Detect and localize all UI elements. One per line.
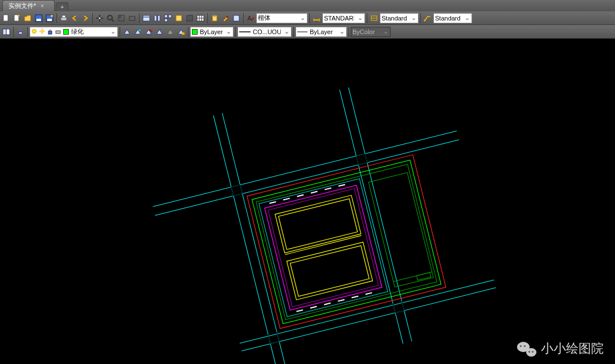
- separator: [367, 13, 367, 23]
- save-button[interactable]: [34, 13, 44, 23]
- svg-point-40: [424, 19, 426, 21]
- redo-button[interactable]: [80, 13, 91, 23]
- tool-palette-button[interactable]: [152, 13, 162, 23]
- text-style-combo[interactable]: STANDARI ⌄: [322, 13, 365, 23]
- svg-line-96: [296, 310, 303, 312]
- svg-rect-33: [233, 15, 239, 21]
- separator: [243, 13, 244, 23]
- hatch-button[interactable]: [184, 13, 195, 23]
- tool-3-button[interactable]: [163, 13, 173, 23]
- svg-line-99: [338, 300, 345, 301]
- svg-rect-32: [227, 16, 228, 18]
- dim-style-combo[interactable]: Standard ⌄: [380, 13, 419, 23]
- svg-point-45: [32, 29, 36, 33]
- undo-button[interactable]: [69, 13, 80, 23]
- layer-freeze-button[interactable]: *: [154, 27, 165, 37]
- pan-button[interactable]: [95, 13, 105, 23]
- svg-line-101: [366, 293, 372, 295]
- chevron-down-icon: ⌄: [299, 14, 306, 23]
- separator: [13, 27, 14, 37]
- layer-properties-button[interactable]: [1, 27, 11, 37]
- layer-bulb-icon: [31, 28, 37, 35]
- layer-sun-icon: [39, 28, 45, 35]
- chevron-down-icon: ⌄: [225, 27, 232, 36]
- svg-rect-44: [19, 32, 22, 34]
- svg-point-8: [51, 15, 53, 17]
- layer-match-button[interactable]: [176, 27, 186, 37]
- zoom-button[interactable]: [105, 13, 116, 23]
- lineweight-value: ByLayer: [310, 28, 336, 35]
- svg-rect-81: [417, 272, 431, 280]
- close-icon[interactable]: ×: [40, 3, 44, 9]
- save-as-button[interactable]: [44, 13, 55, 23]
- svg-rect-0: [3, 15, 8, 21]
- table-style-combo[interactable]: Standard ⌄: [433, 13, 472, 23]
- svg-marker-59: [167, 30, 173, 34]
- svg-rect-5: [36, 19, 41, 21]
- chevron-down-icon: ⌄: [464, 14, 470, 23]
- svg-line-89: [285, 235, 362, 254]
- document-tab-bar: 实例文件* × +: [0, 0, 615, 11]
- svg-line-65: [155, 140, 459, 216]
- svg-rect-31: [214, 15, 216, 16]
- layer-off-button[interactable]: [165, 27, 175, 37]
- zoom-window-button[interactable]: [127, 13, 137, 23]
- layer-isolate-button[interactable]: [133, 27, 143, 37]
- layer-plot-icon: [55, 28, 61, 35]
- new-file-button[interactable]: [1, 13, 11, 23]
- separator: [235, 27, 236, 37]
- svg-rect-86: [278, 198, 358, 249]
- linetype-combo[interactable]: CO...UOUS ⌄: [237, 27, 292, 37]
- color-value: ByLayer: [200, 28, 223, 35]
- separator: [92, 13, 93, 23]
- open-button[interactable]: [23, 13, 33, 23]
- tab-title: 实例文件*: [9, 2, 36, 10]
- text-style-icon[interactable]: A: [245, 13, 256, 23]
- svg-rect-17: [143, 15, 150, 21]
- block-button[interactable]: [231, 13, 241, 23]
- drawing-canvas[interactable]: [0, 39, 615, 364]
- toolbar-row-1: A 楷体 ⌄ STANDARI ⌄ Standard ⌄ Standard ⌄: [0, 11, 615, 25]
- layer-unisolate-button[interactable]: [144, 27, 154, 37]
- layer-combo[interactable]: 绿化 ⌄: [30, 27, 118, 37]
- chevron-down-icon: ⌄: [356, 14, 363, 23]
- lineweight-combo[interactable]: ByLayer ⌄: [296, 27, 347, 37]
- svg-line-92: [297, 195, 304, 197]
- layer-name: 绿化: [71, 27, 107, 36]
- print-button[interactable]: [59, 13, 69, 23]
- table-style-value: Standard: [435, 15, 461, 22]
- properties-button[interactable]: [141, 13, 151, 23]
- active-document-tab[interactable]: 实例文件* ×: [2, 0, 55, 11]
- svg-text:*: *: [160, 28, 162, 32]
- chevron-down-icon: ⌄: [109, 27, 116, 36]
- design-center-button[interactable]: [174, 13, 184, 23]
- linetype-preview-icon: [239, 28, 251, 35]
- table-button[interactable]: [195, 13, 206, 23]
- layer-color-swatch: [63, 29, 69, 35]
- color-combo[interactable]: ByLayer ⌄: [190, 27, 233, 37]
- layer-previous-button[interactable]: [122, 27, 132, 37]
- svg-line-13: [112, 19, 114, 22]
- svg-rect-52: [56, 31, 60, 34]
- dimension-icon[interactable]: [369, 13, 379, 23]
- mleader-style-icon[interactable]: [423, 13, 433, 23]
- paste-button[interactable]: [210, 13, 220, 23]
- chevron-down-icon: ⌄: [382, 27, 389, 36]
- new-tab-button[interactable]: +: [56, 2, 68, 11]
- layer-states-button[interactable]: [15, 27, 26, 37]
- svg-line-93: [311, 192, 318, 193]
- linetype-value: CO...UOUS: [253, 28, 281, 35]
- separator: [293, 27, 294, 37]
- dim-style-icon[interactable]: [311, 13, 322, 23]
- svg-line-94: [325, 188, 331, 189]
- zoom-extents-button[interactable]: [116, 13, 126, 23]
- new-doc-button[interactable]: [12, 13, 22, 23]
- match-props-button[interactable]: [220, 13, 231, 23]
- svg-line-95: [338, 184, 345, 186]
- font-combo[interactable]: 楷体 ⌄: [256, 13, 308, 23]
- separator: [348, 27, 349, 37]
- wechat-icon: [517, 341, 536, 357]
- svg-rect-74: [268, 333, 279, 344]
- svg-rect-7: [47, 19, 52, 21]
- svg-rect-72: [231, 185, 242, 196]
